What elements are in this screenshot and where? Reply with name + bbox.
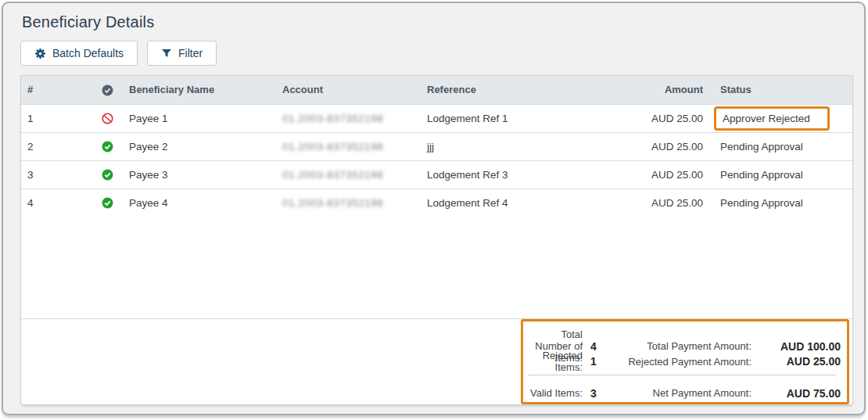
summary-label: Rejected Items: — [528, 350, 583, 373]
account-number: 01.2003-837352198 — [276, 188, 421, 217]
summary-divider — [528, 375, 836, 375]
table-row[interactable]: 2 Payee 2 01.2003-837352198 jjj AUD 25.0… — [21, 132, 853, 160]
beneficiary-name: Payee 3 — [123, 160, 276, 188]
table-header-row: # Beneficiary Name Account Reference Amo… — [21, 76, 853, 104]
row-index: 4 — [21, 188, 91, 217]
row-validity — [91, 188, 123, 217]
table-row[interactable]: 3 Payee 3 01.2003-837352198 Lodgement Re… — [21, 160, 853, 188]
summary-value: AUD 100.00 — [759, 340, 841, 353]
beneficiary-details-panel: Beneficiary Details Batch Defaults — [2, 2, 866, 415]
filter-icon — [161, 48, 172, 59]
column-header-validity — [91, 76, 123, 104]
valid-icon — [102, 196, 113, 208]
summary-row: Rejected Items: 1 Rejected Payment Amoun… — [523, 350, 841, 371]
reference: jjj — [421, 132, 647, 160]
amount: AUD 25.00 — [647, 160, 714, 188]
page-title: Beneficiary Details — [22, 13, 154, 31]
reference: Lodgement Ref 1 — [421, 104, 647, 132]
column-header-index: # — [21, 76, 91, 104]
beneficiary-table-card: # Beneficiary Name Account Reference Amo… — [20, 75, 853, 405]
column-header-account: Account — [276, 76, 421, 104]
batch-defaults-button[interactable]: Batch Defaults — [20, 41, 138, 66]
status: Pending Approval — [714, 132, 853, 160]
valid-icon — [102, 140, 113, 152]
beneficiary-table: # Beneficiary Name Account Reference Amo… — [21, 76, 853, 217]
column-header-name: Beneficiary Name — [123, 76, 276, 104]
status: Pending Approval — [714, 188, 853, 217]
amount: AUD 25.00 — [647, 132, 714, 160]
gear-icon — [34, 48, 46, 59]
column-header-status: Status — [714, 76, 853, 104]
table-row[interactable]: 4 Payee 4 01.2003-837352198 Lodgement Re… — [21, 188, 853, 217]
summary-label: Net Payment Amount: — [619, 387, 751, 399]
account-number: 01.2003-837352198 — [276, 160, 421, 188]
summary-value: 1 — [590, 355, 611, 368]
summary-label: Rejected Payment Amount: — [619, 356, 751, 368]
valid-icon — [102, 168, 113, 180]
row-validity — [91, 132, 123, 160]
summary-value: 4 — [590, 340, 611, 353]
status: Pending Approval — [714, 160, 853, 188]
summary-row: Total Number of Items: 4 Total Payment A… — [523, 328, 841, 350]
account-number: 01.2003-837352198 — [276, 104, 421, 132]
status-annotation-box: Approver Rejected — [714, 106, 830, 131]
beneficiary-name: Payee 1 — [123, 104, 276, 132]
summary-annotation-box: Total Number of Items: 4 Total Payment A… — [521, 319, 849, 404]
row-index: 1 — [21, 104, 91, 132]
row-index: 3 — [21, 160, 91, 188]
column-header-reference: Reference — [421, 76, 647, 104]
table-empty-space — [21, 217, 852, 318]
reference: Lodgement Ref 3 — [421, 160, 647, 188]
row-validity — [91, 104, 123, 132]
filter-label: Filter — [178, 47, 203, 59]
summary-label: Valid Items: — [528, 387, 583, 399]
beneficiary-name: Payee 2 — [123, 132, 276, 160]
filter-button[interactable]: Filter — [147, 41, 217, 66]
summary-area: Total Number of Items: 4 Total Payment A… — [21, 318, 852, 404]
row-index: 2 — [21, 132, 91, 160]
account-number: 01.2003-837352198 — [276, 132, 421, 160]
toolbar: Batch Defaults Filter — [20, 41, 217, 66]
check-circle-icon — [102, 84, 113, 95]
summary-value: AUD 25.00 — [759, 355, 841, 368]
status: Approver Rejected — [714, 104, 853, 132]
summary-row: Valid Items: 3 Net Payment Amount: AUD 7… — [523, 382, 841, 404]
rejected-icon — [102, 112, 113, 124]
reference: Lodgement Ref 4 — [421, 188, 647, 217]
amount: AUD 25.00 — [647, 188, 714, 217]
summary-value: AUD 75.00 — [759, 387, 841, 400]
beneficiary-name: Payee 4 — [123, 188, 276, 217]
summary-value: 3 — [590, 387, 611, 400]
table-row[interactable]: 1 Payee 1 01.2003-837352198 Lodgement Re… — [21, 104, 853, 132]
batch-defaults-label: Batch Defaults — [52, 47, 124, 59]
summary-label: Total Payment Amount: — [619, 340, 751, 352]
amount: AUD 25.00 — [647, 104, 714, 132]
row-validity — [91, 160, 123, 188]
column-header-amount: Amount — [647, 76, 714, 104]
